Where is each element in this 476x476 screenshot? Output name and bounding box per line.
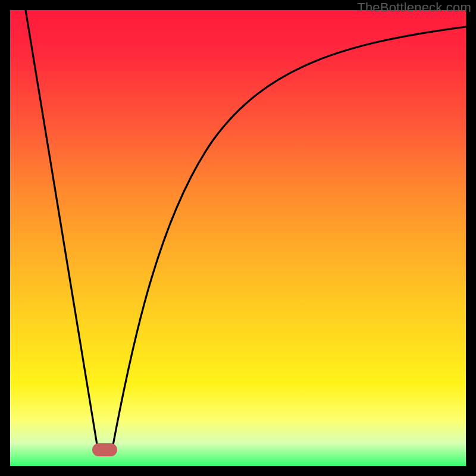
chart-plot-area [10, 10, 466, 466]
curve-left-segment [26, 10, 98, 448]
curve-right-segment [112, 27, 466, 448]
bottleneck-curve [10, 10, 466, 466]
optimal-point-marker [92, 443, 117, 456]
watermark-text: TheBottleneck.com [357, 0, 471, 15]
